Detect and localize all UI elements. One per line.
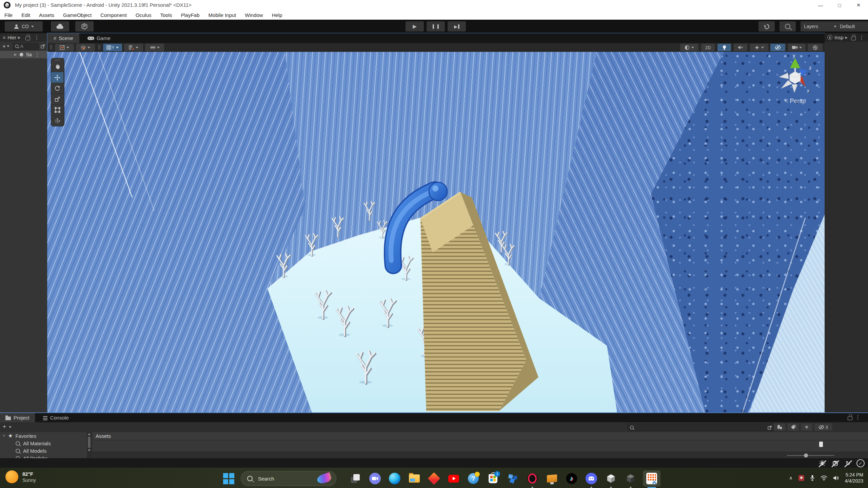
kebab-menu-icon[interactable]: ⋮ bbox=[35, 52, 40, 57]
project-search-input[interactable] bbox=[627, 424, 774, 431]
effects-button[interactable] bbox=[750, 44, 768, 51]
panel-kebab-icon[interactable]: ⋮ bbox=[855, 415, 861, 420]
help-sphere-button[interactable]: ? bbox=[466, 471, 481, 486]
visibility-toggle-button[interactable] bbox=[770, 44, 785, 51]
filter-by-type-button[interactable] bbox=[774, 423, 785, 431]
panel-lock-icon[interactable] bbox=[848, 416, 852, 420]
tiktok-button[interactable]: ♪ bbox=[564, 471, 579, 486]
play-button[interactable]: ▶ bbox=[406, 21, 424, 32]
menu-item-edit[interactable]: Edit bbox=[17, 12, 35, 18]
volume-icon[interactable] bbox=[833, 475, 839, 481]
cache-server-disabled-icon[interactable] bbox=[831, 460, 840, 467]
minimize-button[interactable]: — bbox=[811, 0, 830, 10]
menu-item-oculus[interactable]: Oculus bbox=[131, 12, 156, 18]
unity-hub-button[interactable] bbox=[604, 471, 618, 486]
rotate-tool-button[interactable] bbox=[51, 83, 63, 94]
zoom-slider-knob[interactable] bbox=[804, 453, 808, 458]
move-tool-button[interactable] bbox=[51, 72, 63, 83]
edge-button[interactable] bbox=[387, 471, 402, 486]
menu-item-component[interactable]: Component bbox=[96, 12, 131, 18]
menu-item-file[interactable]: File bbox=[0, 12, 17, 18]
tray-expand-button[interactable]: ∧ bbox=[789, 475, 792, 481]
monitor-app-button[interactable] bbox=[545, 471, 559, 486]
foldout-open-icon[interactable] bbox=[3, 435, 5, 436]
opera-gx-button[interactable] bbox=[525, 471, 540, 486]
chevron-down-icon[interactable] bbox=[9, 426, 12, 428]
assets-content-area[interactable] bbox=[92, 440, 868, 452]
audio-toggle-button[interactable] bbox=[734, 44, 747, 51]
chevron-down-icon[interactable] bbox=[7, 45, 9, 47]
menu-item-assets[interactable]: Assets bbox=[35, 12, 59, 18]
orientation-gizmo[interactable]: y z x < Persp bbox=[773, 55, 817, 109]
open-search-window-icon[interactable] bbox=[768, 425, 772, 430]
maximize-button[interactable]: □ bbox=[830, 0, 849, 10]
wifi-icon[interactable] bbox=[821, 475, 827, 481]
rect-tool-button[interactable] bbox=[51, 105, 63, 116]
persp-label[interactable]: < Persp bbox=[773, 98, 817, 105]
scrollbar-thumb[interactable] bbox=[88, 436, 91, 448]
kebab-menu-icon[interactable]: ⋮ bbox=[859, 35, 864, 40]
tree-item-all-materials[interactable]: All Materials bbox=[0, 440, 87, 447]
hierarchy-tab[interactable]: Hier bbox=[7, 35, 16, 40]
search-button[interactable] bbox=[780, 21, 796, 32]
tab-project[interactable]: Project bbox=[0, 413, 35, 422]
tab-game[interactable]: Game bbox=[81, 33, 117, 43]
menu-item-help[interactable]: Help bbox=[268, 12, 287, 18]
grid-snapping-button[interactable] bbox=[124, 44, 143, 51]
tree-scrollbar[interactable] bbox=[87, 432, 92, 459]
favorites-filter-button[interactable]: ★ bbox=[801, 423, 812, 431]
menu-item-window[interactable]: Window bbox=[240, 12, 267, 18]
grid-visibility-button[interactable]: Y bbox=[103, 44, 122, 51]
camera-settings-button[interactable] bbox=[788, 44, 806, 51]
collab-status-icon[interactable]: ✓ bbox=[856, 459, 865, 467]
undo-history-button[interactable] bbox=[758, 21, 775, 32]
hierarchy-search-input[interactable]: A bbox=[13, 43, 39, 50]
drag-handle[interactable] bbox=[50, 45, 51, 49]
tree-item-all-models[interactable]: All Models bbox=[0, 447, 87, 454]
transform-tool-button[interactable] bbox=[51, 116, 63, 126]
task-view-button[interactable] bbox=[348, 471, 363, 486]
more-tabs-icon[interactable]: ▶ bbox=[845, 36, 848, 39]
menu-item-mobile-input[interactable]: Mobile Input bbox=[204, 12, 241, 18]
kebab-menu-icon[interactable]: ⋮ bbox=[34, 35, 40, 40]
zoom-slider-track[interactable] bbox=[787, 455, 834, 456]
assets-vscrollbar-thumb[interactable] bbox=[819, 442, 823, 447]
menu-item-tools[interactable]: Tools bbox=[156, 12, 177, 18]
more-tabs-icon[interactable]: ▶ bbox=[18, 36, 21, 39]
2d-view-button[interactable]: 2D bbox=[701, 44, 715, 51]
account-button[interactable]: CO bbox=[5, 21, 43, 32]
start-button[interactable] bbox=[221, 471, 236, 486]
file-explorer-button[interactable] bbox=[407, 471, 422, 486]
assets-breadcrumb[interactable]: Assets bbox=[96, 433, 111, 439]
filter-by-label-button[interactable] bbox=[787, 423, 799, 431]
game-diamond-button[interactable] bbox=[427, 471, 441, 486]
view-tool-button[interactable] bbox=[51, 61, 63, 72]
create-button[interactable]: + bbox=[2, 43, 6, 50]
inspector-tab[interactable]: Insp bbox=[834, 35, 843, 40]
foldout-icon[interactable]: ▶ bbox=[14, 53, 17, 56]
tool-handle-rotation-button[interactable] bbox=[76, 44, 95, 51]
unity-editor-button[interactable] bbox=[623, 471, 638, 486]
menu-item-playfab[interactable]: PlayFab bbox=[177, 12, 204, 18]
close-button[interactable]: × bbox=[849, 0, 868, 10]
gizmos-button[interactable] bbox=[808, 44, 823, 51]
debugger-disabled-icon[interactable] bbox=[818, 460, 827, 467]
drag-handle[interactable] bbox=[98, 45, 99, 49]
microphone-icon[interactable] bbox=[810, 475, 815, 481]
auto-refresh-disabled-icon[interactable]: ↻ bbox=[844, 460, 852, 467]
clock-widget[interactable]: 5:24 PM 4/4/2023 bbox=[845, 472, 864, 484]
menu-item-gameobject[interactable]: GameObject bbox=[59, 12, 96, 18]
active-app-button[interactable] bbox=[643, 470, 660, 487]
pause-button[interactable] bbox=[427, 21, 445, 32]
version-control-button[interactable] bbox=[75, 21, 94, 32]
layers-dropdown[interactable]: Layers bbox=[801, 21, 840, 32]
chat-button[interactable] bbox=[368, 471, 382, 486]
discord-button[interactable] bbox=[584, 471, 599, 486]
blue-cubes-button[interactable] bbox=[505, 471, 520, 486]
scene-viewport[interactable]: y z x < Persp bbox=[47, 52, 825, 412]
palette-drag-handle[interactable] bbox=[51, 58, 64, 61]
hidden-packages-button[interactable]: 3 bbox=[814, 423, 832, 431]
weather-widget[interactable]: 82°F Sunny bbox=[5, 470, 36, 483]
tool-handle-pivot-button[interactable] bbox=[55, 44, 74, 51]
lighting-toggle-button[interactable] bbox=[717, 44, 731, 51]
